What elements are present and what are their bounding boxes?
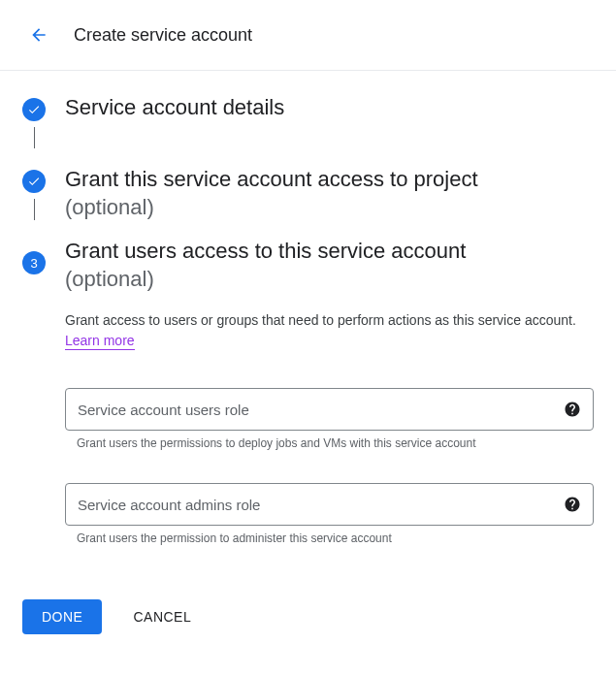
page-title: Create service account bbox=[74, 25, 252, 46]
step-2-indicator[interactable] bbox=[22, 170, 46, 193]
arrow-left-icon bbox=[29, 25, 49, 45]
done-button[interactable]: DONE bbox=[22, 599, 102, 634]
step-2-title[interactable]: Grant this service account access to pro… bbox=[65, 166, 594, 194]
step-connector bbox=[34, 127, 35, 148]
learn-more-link[interactable]: Learn more bbox=[65, 333, 135, 350]
step-indicator-col bbox=[22, 166, 46, 226]
help-icon bbox=[564, 496, 581, 513]
step-3-body: Grant users access to this service accou… bbox=[65, 238, 594, 545]
step-indicator-col bbox=[22, 94, 46, 154]
users-role-hint: Grant users the permissions to deploy jo… bbox=[65, 436, 594, 450]
action-row: DONE CANCEL bbox=[22, 599, 594, 634]
cancel-button[interactable]: CANCEL bbox=[133, 609, 191, 625]
step-3-indicator: 3 bbox=[22, 251, 46, 274]
help-icon bbox=[564, 401, 581, 418]
admins-role-input-wrapper bbox=[65, 483, 594, 526]
step-1: Service account details bbox=[22, 94, 594, 154]
admins-role-hint: Grant users the permission to administer… bbox=[65, 531, 594, 545]
step-3: 3 Grant users access to this service acc… bbox=[22, 238, 594, 545]
step-2: Grant this service account access to pro… bbox=[22, 166, 594, 226]
step-1-title[interactable]: Service account details bbox=[65, 94, 594, 122]
step-3-description: Grant access to users or groups that nee… bbox=[65, 310, 594, 351]
check-icon bbox=[27, 103, 41, 116]
step-3-title: Grant users access to this service accou… bbox=[65, 238, 594, 266]
step-2-optional: (optional) bbox=[65, 194, 594, 222]
check-icon bbox=[27, 175, 41, 188]
users-role-field-group: Grant users the permissions to deploy jo… bbox=[65, 388, 594, 450]
users-role-input[interactable] bbox=[78, 402, 556, 418]
step-1-indicator[interactable] bbox=[22, 98, 46, 121]
step-3-description-text: Grant access to users or groups that nee… bbox=[65, 312, 576, 328]
step-indicator-col: 3 bbox=[22, 238, 46, 274]
users-role-help-icon[interactable] bbox=[564, 401, 581, 418]
users-role-input-wrapper bbox=[65, 388, 594, 431]
admins-role-help-icon[interactable] bbox=[564, 496, 581, 513]
step-2-body: Grant this service account access to pro… bbox=[65, 166, 594, 221]
content-area: Service account details Grant this servi… bbox=[0, 71, 616, 658]
admins-role-field-group: Grant users the permission to administer… bbox=[65, 483, 594, 545]
step-connector bbox=[34, 199, 35, 220]
step-1-body: Service account details bbox=[65, 94, 594, 122]
page-header: Create service account bbox=[0, 0, 616, 71]
admins-role-input[interactable] bbox=[78, 497, 556, 513]
step-3-optional: (optional) bbox=[65, 266, 594, 294]
back-button[interactable] bbox=[19, 16, 58, 54]
